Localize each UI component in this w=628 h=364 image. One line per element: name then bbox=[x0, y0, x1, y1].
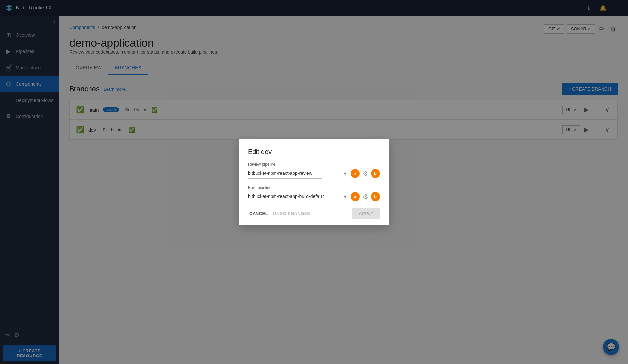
dialog-title: Edit dev bbox=[248, 148, 380, 156]
review-pipeline-field: Review pipeline bitbucket-npm-react-app-… bbox=[248, 162, 380, 179]
badge-a-review: a bbox=[351, 169, 360, 178]
config-icon-build[interactable]: ⚙ bbox=[362, 193, 368, 201]
build-pipeline-select[interactable]: bitbucket-npm-react-app-build-default bbox=[248, 191, 334, 202]
cancel-button[interactable]: CANCEL bbox=[248, 208, 269, 219]
review-pipeline-label: Review pipeline bbox=[248, 162, 380, 167]
config-icon-review[interactable]: ⚙ bbox=[362, 170, 368, 177]
apply-button[interactable]: APPLY bbox=[352, 208, 380, 219]
build-pipeline-field: Build pipeline bitbucket-npm-react-app-b… bbox=[248, 185, 380, 202]
review-pipeline-select[interactable]: bitbucket-npm-react-app-review bbox=[248, 168, 322, 179]
dialog-actions: CANCEL UNDO CHANGES APPLY bbox=[248, 208, 380, 219]
badge-b-review: b bbox=[371, 169, 380, 178]
undo-changes-button: UNDO CHANGES bbox=[272, 208, 311, 219]
modal-overlay: Edit dev Review pipeline bitbucket-npm-r… bbox=[0, 0, 628, 364]
select-arrow-icon: ▾ bbox=[344, 170, 347, 177]
badge-a-build: a bbox=[351, 192, 360, 201]
edit-dialog: Edit dev Review pipeline bitbucket-npm-r… bbox=[239, 139, 389, 225]
select-arrow-icon: ▾ bbox=[344, 193, 347, 200]
badge-b-build: b bbox=[371, 192, 380, 201]
build-pipeline-label: Build pipeline bbox=[248, 185, 380, 190]
